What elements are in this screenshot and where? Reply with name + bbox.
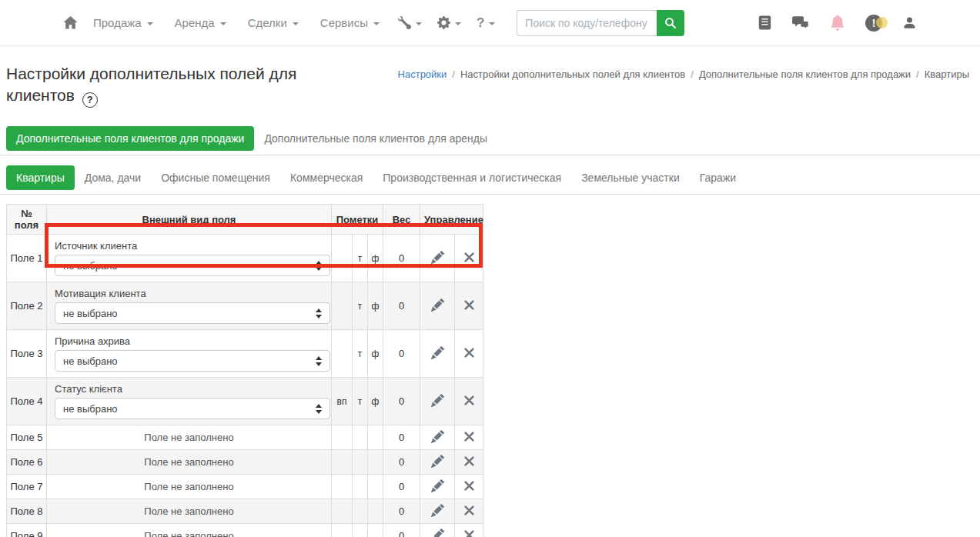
edit-cell[interactable] bbox=[420, 378, 455, 425]
tab-secondary[interactable]: Коммерческая bbox=[280, 165, 373, 190]
chat-icon[interactable] bbox=[791, 15, 810, 30]
delete-cell[interactable] bbox=[455, 450, 483, 475]
mark-vp: вп bbox=[332, 378, 353, 425]
delete-x-icon bbox=[464, 348, 474, 358]
field-appearance: Поле не заполнено bbox=[47, 425, 332, 450]
field-select[interactable]: не выбрано bbox=[55, 350, 330, 372]
mark-t: т bbox=[353, 378, 368, 425]
table-row: Поле 2 Мотивация клиента не выбрано т ф … bbox=[7, 282, 483, 330]
tools-menu[interactable] bbox=[390, 10, 430, 35]
delete-cell[interactable] bbox=[455, 425, 483, 450]
chevron-down-icon bbox=[373, 22, 380, 25]
mark-vp bbox=[332, 475, 353, 499]
edit-cell[interactable] bbox=[420, 235, 455, 282]
edit-pencil-icon bbox=[431, 394, 444, 407]
delete-cell[interactable] bbox=[455, 282, 483, 330]
main-menu: ПродажаАрендаСделкиСервисы bbox=[82, 10, 390, 35]
mark-t bbox=[353, 450, 368, 475]
field-weight: 0 bbox=[383, 425, 420, 450]
tab-secondary[interactable]: Земельные участки bbox=[571, 165, 690, 190]
edit-pencil-icon bbox=[431, 299, 444, 312]
mark-vp bbox=[332, 330, 353, 378]
journal-icon[interactable] bbox=[758, 15, 771, 30]
primary-tabs: Дополнительные поля клиентов для продажи… bbox=[0, 126, 980, 155]
breadcrumb: Настройки/Настройки дополнительных полей… bbox=[398, 68, 969, 80]
tab-secondary[interactable]: Офисные помещения bbox=[151, 165, 280, 190]
col-header-appearance: Внешний вид поля bbox=[47, 205, 332, 235]
field-number: Поле 9 bbox=[7, 524, 47, 537]
fields-table-wrap: № поля Внешний вид поля Пометки Вес Упра… bbox=[6, 204, 483, 537]
field-number: Поле 6 bbox=[7, 450, 47, 475]
breadcrumb-item: Настройки дополнительных полей для клиен… bbox=[460, 68, 685, 80]
delete-x-icon bbox=[464, 530, 474, 537]
field-filled: Мотивация клиента не выбрано bbox=[55, 288, 323, 324]
delete-x-icon bbox=[464, 432, 474, 442]
menu-item-prodazha[interactable]: Продажа bbox=[82, 10, 164, 35]
field-select[interactable]: не выбрано bbox=[55, 398, 330, 419]
page-title-text: Настройки дополнительных полей для клиен… bbox=[6, 65, 296, 104]
field-label: Мотивация клиента bbox=[55, 288, 323, 299]
delete-cell[interactable] bbox=[455, 524, 483, 537]
alert-badge bbox=[876, 17, 888, 28]
table-row: Поле 4 Статус клієнта не выбрано вп т ф … bbox=[7, 378, 483, 425]
menu-item-label: Сервисы bbox=[320, 16, 368, 29]
breadcrumb-separator: / bbox=[452, 68, 455, 80]
menu-item-servisy[interactable]: Сервисы bbox=[309, 10, 390, 35]
delete-cell[interactable] bbox=[455, 378, 483, 425]
settings-menu[interactable] bbox=[430, 10, 469, 35]
delete-cell[interactable] bbox=[455, 330, 483, 378]
mark-vp bbox=[332, 524, 353, 537]
mark-vp bbox=[332, 282, 353, 330]
tab-primary[interactable]: Дополнительные поля клиентов для аренды bbox=[254, 126, 497, 151]
breadcrumb-item: Дополнительные поля клиентов для продажи bbox=[699, 68, 911, 80]
table-header-row: № поля Внешний вид поля Пометки Вес Упра… bbox=[7, 205, 483, 235]
page-title: Настройки дополнительных полей для клиен… bbox=[6, 63, 314, 108]
menu-item-sdelki[interactable]: Сделки bbox=[237, 10, 309, 35]
mark-t: т bbox=[353, 330, 368, 378]
edit-cell[interactable] bbox=[420, 330, 455, 378]
field-filled: Статус клієнта не выбрано bbox=[55, 383, 323, 419]
breadcrumb-item[interactable]: Настройки bbox=[398, 68, 447, 80]
field-select[interactable]: не выбрано bbox=[55, 255, 330, 276]
menu-item-arenda[interactable]: Аренда bbox=[164, 10, 237, 35]
mark-f: ф bbox=[368, 282, 383, 330]
tab-secondary[interactable]: Дома, дачи bbox=[75, 165, 151, 190]
search-input[interactable] bbox=[517, 10, 657, 36]
chevron-down-icon bbox=[489, 22, 495, 25]
field-label: Статус клієнта bbox=[55, 383, 323, 395]
field-empty: Поле не заполнено bbox=[55, 481, 323, 492]
table-row: Поле 7 Поле не заполнено 0 bbox=[7, 475, 483, 499]
edit-cell[interactable] bbox=[420, 475, 455, 499]
edit-cell[interactable] bbox=[420, 450, 455, 475]
top-navbar: ПродажаАрендаСделкиСервисы ? bbox=[0, 0, 980, 46]
page-header: Настройки дополнительных полей для клиен… bbox=[0, 46, 980, 108]
edit-cell[interactable] bbox=[420, 425, 455, 450]
col-header-marks: Пометки bbox=[332, 205, 383, 235]
delete-cell[interactable] bbox=[455, 499, 483, 524]
edit-pencil-icon bbox=[431, 504, 444, 517]
delete-cell[interactable] bbox=[455, 235, 483, 282]
help-menu[interactable]: ? bbox=[469, 9, 503, 37]
help-circle-icon[interactable]: ? bbox=[82, 92, 98, 108]
alert-icon[interactable]: ! bbox=[865, 15, 882, 32]
edit-cell[interactable] bbox=[420, 524, 455, 537]
user-icon[interactable] bbox=[902, 15, 917, 30]
field-appearance: Причина ахрива не выбрано bbox=[47, 330, 332, 378]
field-select[interactable]: не выбрано bbox=[55, 302, 330, 324]
chevron-down-icon bbox=[220, 22, 226, 25]
bell-icon[interactable] bbox=[830, 15, 845, 31]
home-button[interactable] bbox=[63, 16, 78, 29]
field-number: Поле 3 bbox=[7, 330, 47, 378]
edit-cell[interactable] bbox=[420, 282, 455, 330]
tab-secondary-active[interactable]: Квартиры bbox=[6, 165, 75, 190]
mark-f: ф bbox=[368, 235, 383, 282]
tab-secondary[interactable]: Гаражи bbox=[690, 165, 746, 190]
delete-cell[interactable] bbox=[455, 475, 483, 499]
tab-primary-active[interactable]: Дополнительные поля клиентов для продажи bbox=[6, 126, 254, 151]
search-button[interactable] bbox=[657, 10, 684, 36]
edit-cell[interactable] bbox=[420, 499, 455, 524]
select-arrows-icon bbox=[316, 356, 322, 366]
field-number: Поле 2 bbox=[7, 282, 47, 330]
tab-secondary[interactable]: Производственная и логистическая bbox=[373, 165, 571, 190]
menu-item-label: Аренда bbox=[175, 16, 215, 29]
